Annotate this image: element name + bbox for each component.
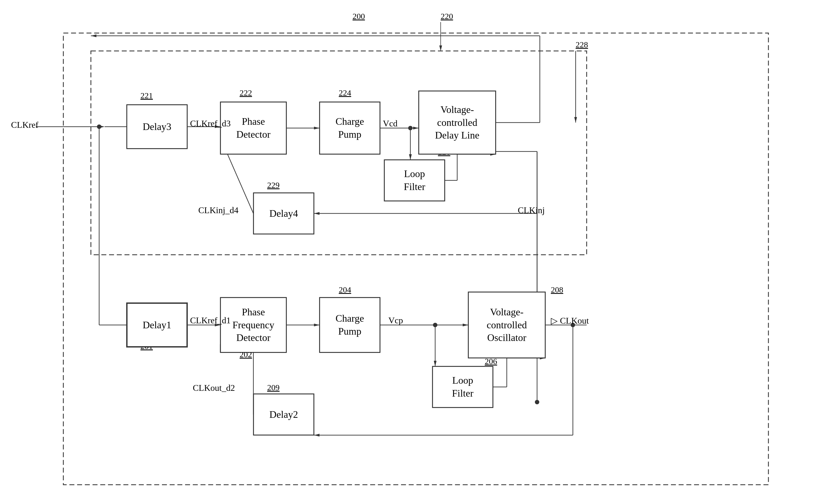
diagram-svg: [0, 0, 818, 504]
clkout-d2-label: CLKout_d2: [193, 383, 235, 393]
clkref-label: CLKref: [11, 120, 39, 130]
ref-229: 229: [267, 180, 280, 190]
clkinj-d4-label: CLKinj_d4: [198, 205, 239, 215]
svg-marker-48: [463, 324, 468, 326]
clkref-d3-label: CLKref_d3: [190, 118, 231, 129]
ref-228: 228: [576, 40, 588, 49]
vcp-label: Vcp: [388, 315, 403, 326]
svg-rect-0: [63, 33, 768, 485]
delay3-block: Delay3: [127, 105, 187, 149]
charge-pump-top-block: ChargePump: [319, 102, 380, 154]
ref-222: 222: [240, 88, 252, 97]
svg-point-36: [535, 400, 539, 404]
svg-marker-33: [91, 34, 96, 37]
svg-marker-24: [314, 127, 319, 129]
vcdl-block: Voltage-controlledDelay Line: [419, 91, 496, 154]
ref-204: 204: [339, 285, 351, 294]
svg-marker-51: [434, 361, 437, 366]
ref-224: 224: [339, 88, 351, 97]
svg-marker-46: [314, 324, 319, 326]
svg-marker-56: [314, 434, 319, 437]
ref-200: 200: [353, 12, 365, 21]
delay4-block: Delay4: [253, 193, 314, 234]
svg-marker-26: [413, 127, 419, 129]
clkinj-label: CLKinj: [518, 205, 545, 215]
vcd-label: Vcd: [383, 118, 397, 129]
clkref-d1-label: CLKref_d1: [190, 315, 231, 326]
ref-208: 208: [551, 285, 563, 294]
ref-209: 209: [267, 383, 280, 392]
svg-marker-72: [439, 45, 442, 51]
svg-marker-29: [409, 154, 412, 160]
charge-pump-bot-block: ChargePump: [319, 297, 380, 353]
ref-220: 220: [441, 12, 453, 21]
clkout-label: ▷ CLKout: [551, 315, 589, 326]
loop-filter-top-block: LoopFilter: [384, 160, 445, 201]
loop-filter-bot-block: LoopFilter: [432, 366, 493, 408]
delay1-block: Delay1: [127, 303, 187, 347]
delay2-block: Delay2: [253, 394, 314, 435]
svg-marker-38: [314, 212, 319, 215]
ref-221: 221: [140, 91, 153, 100]
svg-marker-70: [574, 117, 577, 123]
vco-block: Voltage-controlledOscillator: [468, 292, 545, 358]
ref-206: 206: [485, 357, 507, 366]
